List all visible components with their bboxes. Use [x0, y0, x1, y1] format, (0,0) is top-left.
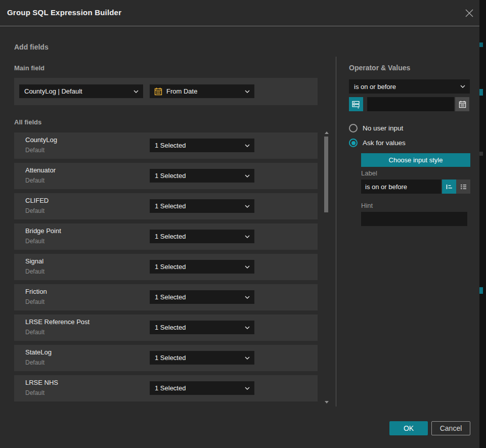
field-row-name: Friction: [25, 288, 47, 295]
list-values-style-button[interactable]: [456, 180, 470, 194]
field-row-name: CLIFED: [25, 197, 49, 204]
field-row-selected-value: 1 Selected: [150, 263, 186, 271]
operator-values-heading: Operator & Values: [349, 64, 410, 72]
chevron-down-icon: [245, 174, 250, 177]
field-row-selected-dropdown[interactable]: 1 Selected: [150, 381, 254, 395]
dialog-titlebar: Group SQL Expression Builder: [0, 0, 479, 26]
field-row-selected-dropdown[interactable]: 1 Selected: [150, 260, 254, 274]
radio-ask-for-values[interactable]: Ask for values: [349, 139, 406, 147]
choose-input-style-button[interactable]: Choose input style: [361, 153, 470, 167]
radio-circle-icon: [349, 124, 358, 132]
field-row-selected-dropdown[interactable]: 1 Selected: [150, 290, 254, 304]
field-row-sub: Default: [25, 389, 45, 396]
chevron-down-icon: [245, 144, 250, 147]
field-row-sub: Default: [25, 298, 45, 305]
background-fragment: [479, 287, 483, 294]
all-fields-label: All fields: [14, 118, 41, 126]
background-fragment: [479, 152, 483, 156]
chevron-down-icon: [245, 356, 250, 360]
field-row-name: LRSE NHS: [25, 379, 58, 386]
value-input[interactable]: [367, 97, 454, 111]
close-icon: [465, 9, 474, 18]
calendar-icon: [459, 101, 466, 108]
radio-circle-checked-icon: [349, 139, 358, 147]
field-row-selected-value: 1 Selected: [150, 142, 186, 149]
field-row-selected-value: 1 Selected: [150, 233, 186, 240]
field-row-name: Attenuator: [25, 166, 56, 174]
chevron-down-icon: [245, 205, 250, 208]
chevron-down-icon: [245, 265, 250, 268]
field-row-sub: Default: [25, 268, 45, 275]
field-row-selected-dropdown[interactable]: 1 Selected: [150, 351, 254, 365]
dialog-title: Group SQL Expression Builder: [7, 8, 121, 17]
chevron-down-icon: [134, 90, 139, 93]
field-row-sub: Default: [25, 177, 45, 184]
label-input[interactable]: [361, 180, 441, 194]
main-layer-select[interactable]: CountyLog | Default: [19, 84, 143, 98]
close-button[interactable]: [463, 7, 475, 19]
scrollbar-thumb[interactable]: [324, 137, 328, 212]
field-row-selected-dropdown[interactable]: 1 Selected: [150, 199, 254, 213]
field-row: Attenuator Default 1 Selected: [14, 163, 318, 189]
list-values-icon: [459, 183, 468, 191]
field-row-selected-value: 1 Selected: [150, 202, 186, 210]
chevron-down-icon: [245, 326, 250, 329]
main-field-label: Main field: [14, 64, 45, 72]
values-from-fields-button[interactable]: [349, 97, 363, 111]
main-field-select-value: From Date: [162, 87, 197, 95]
ok-button[interactable]: OK: [389, 421, 428, 435]
chevron-down-icon: [460, 85, 465, 88]
radio-ask-for-values-label: Ask for values: [363, 139, 406, 147]
radio-no-user-input[interactable]: No user input: [349, 124, 403, 132]
field-row: LRSE NHS Default 1 Selected: [14, 375, 318, 401]
single-line-input-icon: [445, 183, 454, 191]
field-row-selected-value: 1 Selected: [150, 324, 186, 331]
operator-select-value: is on or before: [349, 83, 396, 91]
field-row-sub: Default: [25, 147, 45, 154]
field-row: CountyLog Default 1 Selected: [14, 132, 318, 159]
main-layer-select-value: CountyLog | Default: [19, 87, 82, 95]
chevron-down-icon: [245, 387, 250, 390]
field-row-sub: Default: [25, 207, 45, 214]
calendar-icon: [154, 87, 162, 96]
date-picker-button[interactable]: [455, 97, 469, 111]
field-row-sub: Default: [25, 329, 45, 336]
chevron-down-icon: [245, 296, 250, 299]
field-row-selected-dropdown[interactable]: 1 Selected: [150, 169, 254, 183]
chevron-down-icon: [245, 235, 250, 238]
stacked-input-icon: [351, 100, 361, 109]
field-row: CLIFED Default 1 Selected: [14, 193, 318, 219]
background-app-sliver: [479, 0, 486, 448]
field-row-selected-dropdown[interactable]: 1 Selected: [150, 139, 254, 152]
field-row-selected-dropdown[interactable]: 1 Selected: [150, 230, 254, 243]
hint-input[interactable]: [361, 212, 467, 226]
single-value-style-button[interactable]: [442, 180, 456, 194]
background-fragment: [479, 89, 483, 96]
field-row-selected-value: 1 Selected: [150, 354, 186, 362]
operator-select[interactable]: is on or before: [349, 79, 470, 94]
hint-label: Hint: [361, 202, 373, 209]
field-row-selected-dropdown[interactable]: 1 Selected: [150, 321, 254, 334]
panel-divider: [336, 57, 336, 407]
scroll-down-arrow-icon[interactable]: [325, 401, 329, 404]
field-row-selected-value: 1 Selected: [150, 384, 186, 392]
label-label: Label: [361, 169, 377, 177]
main-field-select[interactable]: From Date: [150, 84, 254, 98]
background-fragment: [479, 42, 483, 47]
all-fields-scrollbar[interactable]: [324, 130, 329, 405]
field-row-selected-value: 1 Selected: [150, 172, 186, 180]
field-row: Friction Default 1 Selected: [14, 284, 318, 310]
scroll-up-arrow-icon[interactable]: [325, 131, 329, 134]
field-row: Bridge Point Default 1 Selected: [14, 223, 318, 250]
radio-no-user-input-label: No user input: [363, 124, 403, 132]
cancel-button[interactable]: Cancel: [431, 421, 470, 435]
field-row-name: Signal: [25, 257, 43, 265]
add-fields-heading: Add fields: [14, 43, 49, 51]
field-row-sub: Default: [25, 238, 45, 245]
chevron-down-icon: [245, 90, 250, 93]
field-row-sub: Default: [25, 359, 45, 366]
field-row-name: Bridge Point: [25, 227, 61, 235]
field-row-selected-value: 1 Selected: [150, 293, 186, 301]
field-row-name: StateLog: [25, 348, 52, 356]
group-sql-expression-builder-dialog: Group SQL Expression Builder Add fields …: [0, 0, 479, 448]
